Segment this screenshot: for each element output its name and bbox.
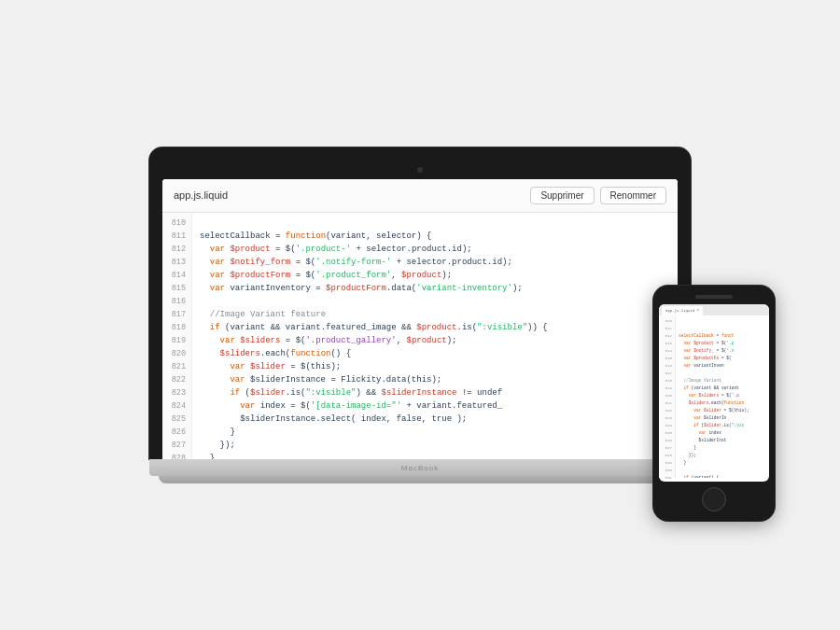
rename-button[interactable]: Renommer (600, 187, 666, 204)
phone-tab-close-icon[interactable]: × (696, 307, 699, 315)
phone-tab-active: app.js.liquid × (662, 306, 703, 315)
laptop-screen-outer: app.js.liquid Supprimer Renommer 810 811… (149, 147, 691, 459)
phone-code-area: 810811812813 814815816817 818819820821 8… (659, 315, 769, 478)
editor-filename: app.js.liquid (174, 189, 228, 201)
laptop-camera (417, 167, 423, 173)
scene: app.js.liquid Supprimer Renommer 810 811… (93, 82, 747, 549)
code-area: 810 811 812 813 814 815 816 817 818 819 … (162, 213, 678, 459)
laptop-foot (159, 476, 681, 483)
phone-line-numbers: 810811812813 814815816817 818819820821 8… (659, 315, 676, 478)
phone-outer: app.js.liquid × 810811812813 81481581681… (653, 286, 775, 521)
delete-button[interactable]: Supprimer (530, 187, 594, 204)
phone-tab-bar: app.js.liquid × (659, 304, 769, 315)
editor-header: app.js.liquid Supprimer Renommer (162, 179, 678, 213)
line-numbers: 810 811 812 813 814 815 816 817 818 819 … (162, 213, 192, 459)
laptop: app.js.liquid Supprimer Renommer 810 811… (149, 147, 691, 483)
phone-screen: app.js.liquid × 810811812813 81481581681… (659, 304, 769, 482)
code-editor: app.js.liquid Supprimer Renommer 810 811… (162, 179, 678, 459)
phone-editor: app.js.liquid × 810811812813 81481581681… (659, 304, 769, 482)
phone: app.js.liquid × 810811812813 81481581681… (653, 286, 775, 521)
laptop-screen: app.js.liquid Supprimer Renommer 810 811… (162, 179, 678, 459)
laptop-base (149, 459, 691, 476)
phone-tab-label: app.js.liquid (665, 307, 694, 315)
code-content: selectCallback = function(variant, selec… (192, 213, 678, 459)
phone-code-content: selectCallback = funct var $product = $(… (676, 315, 769, 478)
laptop-camera-bar (162, 161, 678, 179)
phone-home-button[interactable] (702, 487, 726, 511)
phone-speaker (695, 295, 733, 299)
editor-action-buttons: Supprimer Renommer (530, 187, 666, 204)
